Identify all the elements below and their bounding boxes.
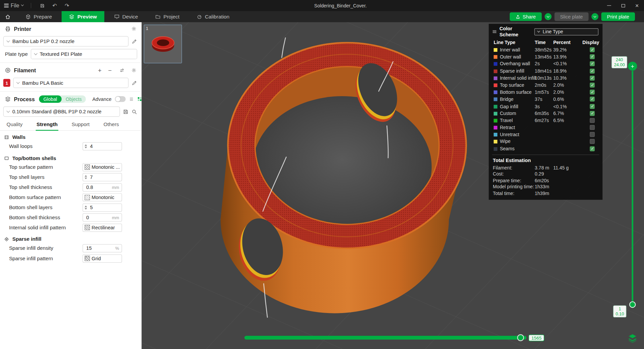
- top-surface-pattern-select[interactable]: Monotonic ...: [83, 163, 122, 171]
- gear-icon[interactable]: [131, 68, 136, 73]
- save-preset-icon[interactable]: [123, 109, 129, 114]
- minimize-button[interactable]: [602, 0, 616, 11]
- display-checkbox[interactable]: [590, 83, 595, 88]
- home-button[interactable]: [0, 11, 15, 22]
- display-checkbox[interactable]: [590, 146, 595, 151]
- move-slider-handle[interactable]: [517, 334, 524, 341]
- share-button[interactable]: Share: [509, 12, 541, 21]
- layer-slider-track[interactable]: [632, 71, 633, 303]
- display-checkbox[interactable]: [590, 76, 595, 81]
- scope-objects[interactable]: Objects: [61, 96, 86, 103]
- layer-slider-top-handle[interactable]: +: [628, 62, 637, 71]
- display-checkbox[interactable]: [590, 90, 595, 95]
- close-button[interactable]: ×: [630, 0, 644, 11]
- remove-filament-button[interactable]: −: [108, 67, 112, 74]
- tab-calibration[interactable]: Calibration: [189, 11, 237, 22]
- advance-toggle[interactable]: [115, 96, 126, 102]
- scope-global[interactable]: Global: [39, 95, 62, 103]
- search-icon[interactable]: [131, 109, 137, 114]
- bottom-shell-layers-input[interactable]: 5: [83, 203, 122, 211]
- tab-label: Device: [122, 14, 138, 20]
- undo-button[interactable]: ↶: [50, 2, 59, 9]
- tab-project[interactable]: Project: [148, 11, 187, 22]
- redo-button[interactable]: ↷: [62, 2, 72, 9]
- sparse-infill-density-input[interactable]: 15 %: [83, 244, 122, 253]
- layer-view-button[interactable]: [627, 333, 638, 344]
- display-checkbox[interactable]: [590, 118, 595, 123]
- print-plate-button[interactable]: Print plate: [601, 12, 635, 21]
- filament-sync-icon[interactable]: [119, 68, 125, 73]
- layer-top-label: 240 24.00: [611, 56, 627, 68]
- share-dropdown-button[interactable]: [544, 13, 551, 20]
- maximize-button[interactable]: [616, 0, 630, 11]
- display-checkbox[interactable]: [590, 47, 595, 52]
- total-row: Filament:3.78 m11.45 g: [489, 165, 603, 171]
- gear-icon[interactable]: [131, 26, 136, 31]
- wall-loops-input[interactable]: 4: [83, 142, 122, 150]
- move-slider-track[interactable]: [244, 336, 526, 340]
- slice-dropdown-button[interactable]: [591, 13, 598, 20]
- maximize-icon: [621, 4, 625, 7]
- spinner-arrows[interactable]: [85, 144, 87, 148]
- line-type-name: Top surface: [500, 83, 524, 88]
- param-row: Sparse infill density 15 %: [0, 243, 141, 254]
- spinner-arrows[interactable]: [85, 175, 87, 179]
- param-table-icon[interactable]: [137, 96, 142, 102]
- add-filament-button[interactable]: +: [98, 67, 102, 74]
- layer-bottom-number: 1: [616, 307, 624, 311]
- sparse-infill-icon: [4, 237, 9, 242]
- bottom-shell-thickness-input[interactable]: 0 mm: [83, 214, 122, 222]
- slice-plate-button[interactable]: Slice plate: [554, 12, 589, 21]
- printer-select[interactable]: Bambu Lab P1P 0.2 nozzle: [3, 36, 129, 47]
- pattern-icon: [85, 225, 90, 230]
- display-checkbox[interactable]: [590, 69, 595, 74]
- close-icon: ×: [635, 2, 639, 9]
- display-checkbox[interactable]: [590, 132, 595, 137]
- display-checkbox[interactable]: [590, 139, 595, 144]
- top-shell-thickness-input[interactable]: 0.8 mm: [83, 183, 122, 191]
- display-checkbox[interactable]: [590, 54, 595, 60]
- sparse-infill-pattern-select[interactable]: Grid: [83, 254, 122, 262]
- line-type-percent: 6.7%: [553, 111, 564, 116]
- walls-icon: [4, 135, 9, 140]
- tab-preview[interactable]: Preview: [62, 11, 104, 22]
- bottom-surface-pattern-select[interactable]: Monotonic: [83, 193, 122, 201]
- process-scope-toggle[interactable]: Global Objects: [39, 95, 86, 103]
- edit-printer-icon[interactable]: [131, 38, 137, 44]
- plate-thumbnail[interactable]: 1: [144, 25, 182, 63]
- param-list-icon[interactable]: [129, 96, 134, 102]
- line-type-row: Wipe: [489, 138, 603, 145]
- process-preset-select[interactable]: 0.10mm Standard @BBL P1P 0.2 nozzle: [3, 107, 120, 117]
- display-checkbox[interactable]: [590, 97, 595, 102]
- top-shell-layers-input[interactable]: 7: [83, 173, 122, 181]
- tab-prepare[interactable]: Prepare: [18, 11, 59, 22]
- spinner-arrows[interactable]: [85, 205, 87, 209]
- line-type-percent: <0.1%: [553, 104, 567, 109]
- chevron-down-icon: [16, 80, 20, 84]
- line-type-time: 10m13s: [535, 76, 552, 81]
- tab-strength[interactable]: Strength: [36, 119, 58, 130]
- layer-slider-bottom-handle[interactable]: [629, 301, 636, 308]
- param-value: 7: [90, 174, 93, 180]
- plate-type-select[interactable]: Textured PEI Plate: [31, 49, 137, 59]
- color-scheme-select[interactable]: Line Type: [535, 28, 598, 35]
- tab-quality[interactable]: Quality: [6, 119, 23, 130]
- save-icon: [40, 3, 45, 8]
- pattern-icon: [85, 256, 90, 261]
- file-menu-button[interactable]: File: [3, 2, 24, 9]
- tab-device[interactable]: Device: [107, 11, 145, 22]
- col-display: Display: [583, 40, 599, 45]
- display-checkbox[interactable]: [590, 125, 595, 130]
- display-checkbox[interactable]: [590, 62, 595, 67]
- param-label: Wall loops: [9, 144, 83, 149]
- infill-section-title: Sparse infill: [12, 236, 42, 242]
- filament-select[interactable]: Bambu PLA Basic: [13, 78, 129, 88]
- tab-others[interactable]: Others: [103, 119, 120, 130]
- edit-filament-icon[interactable]: [131, 80, 137, 86]
- internal-solid-infill-pattern-select[interactable]: Rectilinear: [83, 224, 122, 232]
- tab-support[interactable]: Support: [71, 119, 90, 130]
- display-checkbox[interactable]: [590, 104, 595, 109]
- display-checkbox[interactable]: [590, 111, 595, 116]
- line-type-row: Outer wall13m45s13.9%: [489, 53, 603, 61]
- save-button[interactable]: [38, 2, 47, 9]
